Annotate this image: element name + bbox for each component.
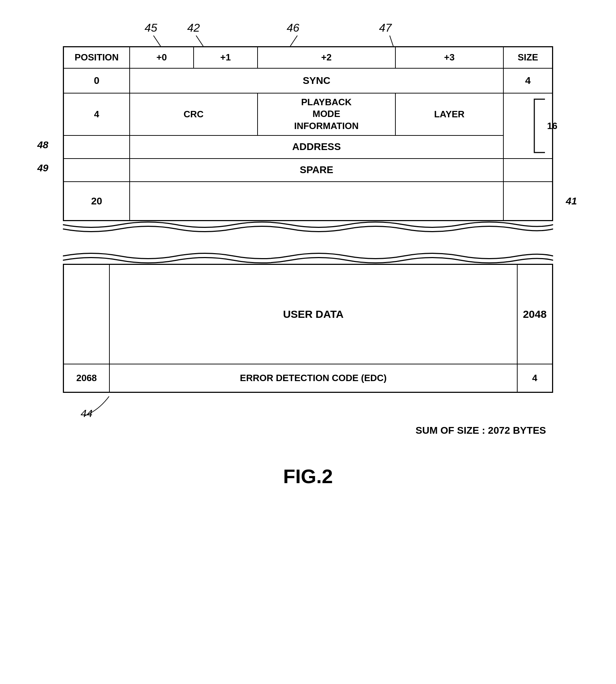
bottom-section: USER DATA 2048 2068 ERROR DETECTION CODE…: [63, 250, 553, 436]
size-user-data: 2048: [517, 264, 553, 364]
sync-cell: SYNC: [130, 68, 503, 93]
crc-cell: CRC: [130, 93, 258, 135]
top-section: 45 42 46 47: [63, 21, 553, 235]
ref-49: 49: [37, 162, 48, 174]
wavy-break-bottom: [63, 250, 553, 264]
svg-line-2: [290, 36, 297, 46]
user-data-cell: USER DATA: [109, 264, 517, 364]
pos-spare: 49: [64, 159, 130, 182]
header-col0: +0: [130, 47, 194, 68]
spare-cell: SPARE: [130, 159, 503, 182]
bracket-svg: [527, 97, 549, 154]
wavy-break-top: [63, 221, 553, 235]
pos-0: 0: [64, 68, 130, 93]
size-4: 4: [503, 68, 552, 93]
wavy-svg-top: [63, 221, 553, 235]
header-position: POSITION: [64, 47, 130, 68]
size-edc: 4: [517, 364, 553, 392]
wavy-svg-bottom: [63, 250, 553, 264]
header-col3: +3: [395, 47, 504, 68]
address-row: 48 ADDRESS: [64, 135, 553, 159]
svg-line-3: [390, 36, 393, 46]
top-table-wrapper: POSITION +0 +1 +2 +3 SIZE 0 SYNC 4 4 CRC: [63, 46, 553, 221]
svg-line-1: [196, 36, 203, 46]
fig-label: FIG.2: [283, 465, 333, 488]
user-data-row: USER DATA 2048: [64, 264, 553, 364]
page-container: 45 42 46 47: [0, 0, 616, 684]
crc-row: 4 CRC PLAYBACKMODEINFORMATION LAYER 16: [64, 93, 553, 135]
address-cell: ADDRESS: [130, 135, 503, 159]
pos-4: 4: [64, 93, 130, 135]
main-table: POSITION +0 +1 +2 +3 SIZE 0 SYNC 4 4 CRC: [63, 46, 553, 221]
row20: 20 41: [64, 182, 553, 221]
sum-text: SUM OF SIZE : 2072 BYTES: [63, 425, 553, 436]
spare-size: [503, 159, 552, 182]
sync-row: 0 SYNC 4: [64, 68, 553, 93]
header-col1: +1: [194, 47, 258, 68]
header-col2: +2: [258, 47, 395, 68]
ref-annotation-lines-top: [137, 21, 553, 46]
row20-size: 41: [503, 182, 552, 221]
ref-44-area: 44: [63, 393, 553, 421]
ref-48: 48: [37, 139, 48, 151]
pos-20: 20: [64, 182, 130, 221]
top-ref-numbers: 45 42 46 47: [137, 21, 553, 46]
edc-cell: ERROR DETECTION CODE (EDC): [109, 364, 517, 392]
edc-row: 2068 ERROR DETECTION CODE (EDC) 4: [64, 364, 553, 392]
size-16-bracket: 16: [503, 93, 552, 159]
header-size: SIZE: [503, 47, 552, 68]
pos-address: 48: [64, 135, 130, 159]
playback-cell: PLAYBACKMODEINFORMATION: [258, 93, 395, 135]
ref-44: 44: [81, 407, 92, 420]
pos-user-data: [64, 264, 110, 364]
layer-cell: LAYER: [395, 93, 504, 135]
spare-row: 49 SPARE: [64, 159, 553, 182]
pos-edc: 2068: [64, 364, 110, 392]
svg-line-0: [153, 36, 161, 46]
row20-data: [130, 182, 503, 221]
header-row: POSITION +0 +1 +2 +3 SIZE: [64, 47, 553, 68]
ref-41: 41: [566, 196, 577, 207]
bottom-table: USER DATA 2048 2068 ERROR DETECTION CODE…: [63, 264, 553, 393]
